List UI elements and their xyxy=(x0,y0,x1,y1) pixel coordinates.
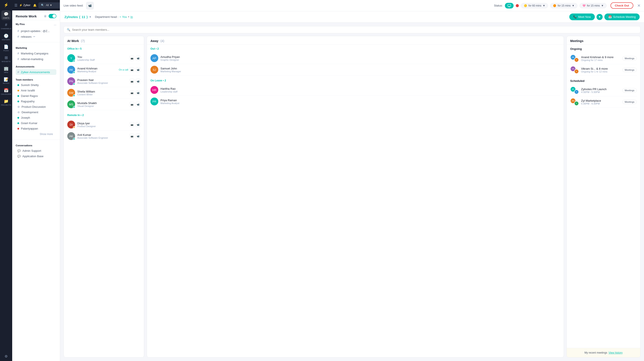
announcements-title: Announcements xyxy=(16,65,56,68)
search-members-bar[interactable]: 🔍 xyxy=(64,26,640,33)
nav-channels[interactable]: #CHANNELS xyxy=(1,21,11,31)
content-area: 🔍 At Work (7) Office In • 5 Y xyxy=(60,23,644,361)
meetings-join-button[interactable]: Meetings xyxy=(622,68,637,72)
member-anil[interactable]: AK Anil Kumar Associate Software Enginee… xyxy=(67,130,140,142)
meetings-view-button[interactable]: Meetings xyxy=(622,100,637,104)
live-feed-label: Live video feed: xyxy=(64,4,84,7)
video-feed-button[interactable]: 📹 xyxy=(86,2,94,10)
calendar-icon: 📅 xyxy=(608,15,612,18)
member-divya[interactable]: DI Divya Iyer Product Designer 📷 📹 xyxy=(67,119,140,130)
sidebar-member-ragupathy[interactable]: Ragupathy xyxy=(16,99,56,104)
nav-notes[interactable]: 📝NOTES xyxy=(1,76,11,85)
in-link[interactable]: In xyxy=(130,15,133,18)
video-icon[interactable]: 📹 xyxy=(136,134,140,138)
chevron-down-icon[interactable]: ▼ xyxy=(89,16,92,18)
nav-widgets[interactable]: ⊞WIDGETS xyxy=(1,54,11,64)
status-time-15a[interactable]: 🟠 for 15 mins ▼ xyxy=(550,3,577,8)
meet-now-button[interactable]: 📞 Meet Now xyxy=(569,14,595,20)
sidebar-application-base[interactable]: 💬 Application Base xyxy=(16,154,56,159)
sidebar-member-palaniyappan[interactable]: Palaniyappan xyxy=(16,126,56,131)
toggle-switch[interactable] xyxy=(48,14,56,18)
member-info: Praveen Nair Associate Software Engineer xyxy=(77,78,127,84)
view-history-link[interactable]: View history xyxy=(608,351,622,354)
sidebar-member-daniel[interactable]: Daniel Ragov xyxy=(16,93,56,99)
search-members-input[interactable] xyxy=(72,28,637,31)
settings-icon[interactable]: ⚙ xyxy=(4,354,8,358)
member-samuel[interactable]: SJ Samuel John Marketing Manager xyxy=(150,64,560,76)
status-time-15b[interactable]: 🩷 for 15 mins ▼ xyxy=(580,3,606,8)
status-monitor-button[interactable] xyxy=(505,3,514,8)
member-amudha[interactable]: AP Amudha Priyan Graphic Designer xyxy=(150,52,560,64)
pin-project-updates[interactable]: # project-updates : @Z... xyxy=(16,28,56,34)
time-label-15b: for 15 mins xyxy=(587,4,600,7)
member-anand[interactable]: AK Anand Krishnan Marketing Analyst On a… xyxy=(67,64,140,76)
call-icon[interactable]: 📷 xyxy=(130,134,134,138)
pin-releases[interactable]: # releases ✏ xyxy=(16,34,56,40)
you-badge: You xyxy=(122,15,127,18)
call-icon[interactable]: 📷 xyxy=(130,56,134,60)
app-name: Zylker xyxy=(23,4,30,7)
member-you[interactable]: Y You Leadership Staff 📷 📹 xyxy=(67,52,140,64)
member-info: Anand Krishnan Marketing Analyst xyxy=(77,67,117,73)
avatar-you: Y xyxy=(67,54,75,62)
sidebar-marketing-campaigns[interactable]: # Marketing Campaigns xyxy=(16,50,56,56)
remote-section: Remote In • 2 DI Divya Iyer Product Desi… xyxy=(67,114,140,142)
video-icon[interactable]: 📹 xyxy=(136,102,140,107)
search-filter[interactable]: All▼ xyxy=(46,4,52,7)
member-mustafa[interactable]: MS Mustafa Shaikh Visual Designer 📷 📹 xyxy=(67,99,140,110)
meeting-zylnotes-pr[interactable]: ZP + Zylnotes PR Launch 4:30PM - 5:30PM … xyxy=(570,85,637,96)
meetings-view-button[interactable]: Meetings xyxy=(622,88,637,92)
sidebar-member-suresh[interactable]: Suresh Shetty xyxy=(16,82,56,88)
member-priya[interactable]: PR Priya Raman Marketing Analyst xyxy=(150,96,560,107)
nav-history[interactable]: 🕐HISTORY xyxy=(1,32,11,42)
member-haritha[interactable]: HR Haritha Rao Leadership staff xyxy=(150,84,560,96)
schedule-meeting-button[interactable]: 📅 Schedule Meeting xyxy=(604,14,640,20)
checkout-button[interactable]: Check Out xyxy=(610,2,633,9)
sidebar-member-joseph[interactable]: Joseph xyxy=(16,115,56,120)
phone-icon: 📞 xyxy=(573,15,577,18)
nav-chats[interactable]: 💬CHATS xyxy=(1,10,11,20)
sidebar-zylker-announcements[interactable]: # Zylker-Announcements xyxy=(16,69,56,75)
chevron-down-icon: ▼ xyxy=(572,4,574,7)
call-icon[interactable]: 📷 xyxy=(130,79,134,84)
at-work-header: At Work (7) xyxy=(64,36,144,45)
status-time-60[interactable]: 🟡 for 60 mins ▼ xyxy=(521,3,548,8)
video-icon[interactable]: 📹 xyxy=(136,56,140,60)
nav-projects[interactable]: 📁PROJECTS xyxy=(1,98,11,107)
sidebar-development[interactable]: ⚙ Development xyxy=(16,110,56,115)
member-praveen[interactable]: PN Praveen Nair Associate Software Engin… xyxy=(67,76,140,87)
meetings-join-button[interactable]: Meetings xyxy=(622,56,637,60)
pins-more-icon[interactable]: ··· xyxy=(54,23,56,26)
scheduled-label: Scheduled xyxy=(570,79,637,82)
on-leave-label: On Leave • 2 xyxy=(150,79,560,82)
status-busy-button[interactable] xyxy=(516,4,519,7)
close-icon[interactable]: ✕ xyxy=(637,3,640,8)
member-sheila[interactable]: SW Sheila William Content Writer 📷 📹 xyxy=(67,87,140,99)
sidebar-member-gowri[interactable]: Gowri Kumar xyxy=(16,120,56,126)
meet-now-dropdown[interactable]: ▼ xyxy=(596,14,603,20)
call-icon[interactable]: 📷 xyxy=(130,67,134,72)
video-icon[interactable]: 📹 xyxy=(136,90,140,95)
video-icon[interactable]: 📹 xyxy=(136,67,140,72)
speaker-icon[interactable]: 🔔 xyxy=(33,4,36,7)
nav-calendar[interactable]: 📅CALENDER xyxy=(1,87,11,96)
search-input[interactable] xyxy=(54,4,60,7)
meeting-vikram[interactable]: VS + Vikram Si... & 8 more Ongoing for 1… xyxy=(570,64,637,76)
nav-org[interactable]: 🏢ORG xyxy=(1,65,11,74)
sidebar-member-amir[interactable]: Amir Israfili xyxy=(16,88,56,93)
call-icon[interactable]: 📷 xyxy=(130,122,134,127)
video-icon[interactable]: 📹 xyxy=(136,79,140,84)
meeting-zyl-marketplace[interactable]: ZM + Zyl Marketplace 5:30PM - 6:30PM Mee… xyxy=(570,96,637,108)
meeting-anand[interactable]: AK + Anand Krishnan & 9 more Ongoing for… xyxy=(570,53,637,64)
call-icon[interactable]: 📷 xyxy=(130,90,134,95)
meetings-body: Ongoing AK + Anand Krishnan & 9 more Ong… xyxy=(567,45,640,348)
menu-icon[interactable]: ☰ xyxy=(14,3,18,8)
nav-files[interactable]: 📄FILES xyxy=(1,43,11,53)
sidebar-referral-marketing[interactable]: # referral-marketing xyxy=(16,56,56,62)
sidebar-product-discussion[interactable]: ⚙ Product Discussion xyxy=(16,104,56,110)
video-icon[interactable]: 📹 xyxy=(136,122,140,127)
call-icon[interactable]: 📷 xyxy=(130,102,134,107)
show-more-link[interactable]: Show more xyxy=(16,131,56,137)
top-search-bar[interactable]: 🔍 All▼ xyxy=(38,2,60,8)
sidebar-admin-support[interactable]: 💬 Admin Support xyxy=(16,148,56,154)
